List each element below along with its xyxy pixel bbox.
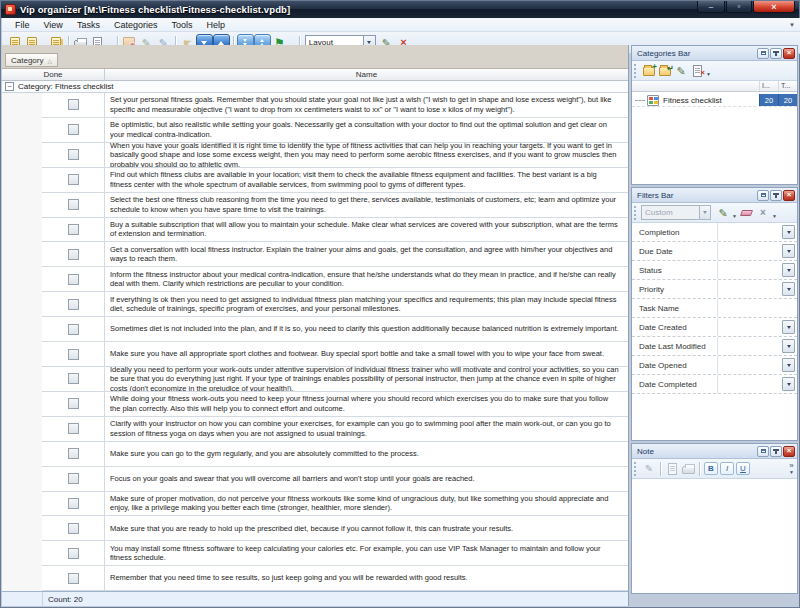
filter-dropdown-icon[interactable]	[782, 225, 795, 239]
delete-filter-icon[interactable]: ×	[755, 205, 771, 220]
filter-dropdown-icon[interactable]	[782, 339, 795, 353]
group-row[interactable]: − Category: Fitness checklist	[2, 81, 628, 93]
menu-file[interactable]: File	[8, 20, 37, 30]
task-row[interactable]: Find out which fitness clubs are availab…	[2, 168, 628, 193]
filter-dropdown-icon[interactable]	[782, 377, 795, 391]
task-row[interactable]: Get a conversation with local fitness in…	[2, 242, 628, 267]
new-subcategory-icon[interactable]: ↵	[657, 63, 673, 78]
task-row[interactable]: Make sure you can go to the gym regularl…	[2, 442, 628, 467]
done-checkbox[interactable]	[68, 124, 79, 135]
filter-dropdown-icon[interactable]	[782, 282, 795, 296]
task-row[interactable]: Make sure you have all appropriate sport…	[2, 342, 628, 367]
done-checkbox[interactable]	[68, 224, 79, 235]
note-close-button[interactable]: ×	[783, 446, 795, 457]
filters-more-icon[interactable]: ▼	[772, 213, 777, 219]
filter-value[interactable]	[718, 318, 780, 336]
delete-category-icon[interactable]: ×	[689, 63, 705, 78]
done-cell[interactable]	[42, 267, 105, 291]
italic-button[interactable]: I	[720, 462, 734, 475]
note-pin-button[interactable]	[770, 446, 782, 457]
filter-value[interactable]	[718, 337, 780, 355]
done-cell[interactable]	[42, 342, 105, 366]
done-checkbox[interactable]	[68, 498, 79, 509]
done-cell[interactable]	[42, 442, 105, 466]
filter-preset-arrow-icon[interactable]	[699, 205, 711, 220]
new-category-icon[interactable]: +	[641, 63, 657, 78]
print-note-icon[interactable]	[680, 461, 696, 476]
apply-filter-icon[interactable]: ✎	[715, 205, 731, 220]
note-content[interactable]	[632, 479, 797, 593]
category-item-fitness-checklist[interactable]: Fitness checklist 20 20	[632, 94, 797, 107]
task-row[interactable]: Sometimes diet is not included into the …	[2, 317, 628, 342]
edit-category-icon[interactable]: ✎	[673, 63, 689, 78]
menu-tools[interactable]: Tools	[164, 20, 199, 30]
filter-value[interactable]	[718, 261, 780, 279]
categories-close-button[interactable]: ×	[783, 48, 795, 59]
clear-filter-icon[interactable]	[739, 205, 755, 220]
task-row[interactable]: Make sure of proper motivation, do not p…	[2, 492, 628, 517]
done-checkbox[interactable]	[68, 373, 79, 384]
task-row[interactable]: Select the best one fitness club reasoni…	[2, 193, 628, 218]
task-row[interactable]: Set your personal fitness goals. Remembe…	[2, 93, 628, 118]
menu-categories[interactable]: Categories	[107, 20, 165, 30]
categories-col-total[interactable]: T...	[778, 81, 797, 91]
filter-value[interactable]	[718, 375, 780, 393]
done-cell[interactable]	[42, 541, 105, 565]
done-cell[interactable]	[42, 143, 105, 167]
done-checkbox[interactable]	[68, 448, 79, 459]
task-row[interactable]: Focus on your goals and swear that you w…	[2, 467, 628, 492]
bold-button[interactable]: B	[704, 462, 718, 475]
menu-tasks[interactable]: Tasks	[70, 20, 107, 30]
done-checkbox[interactable]	[68, 249, 79, 260]
filter-dropdown-icon[interactable]	[782, 244, 795, 258]
maximize-button[interactable]: ▫	[726, 1, 752, 13]
close-button[interactable]: ×	[753, 1, 795, 13]
task-row[interactable]: If everything is ok then you need to get…	[2, 292, 628, 317]
edit-note-icon[interactable]: ✎	[641, 461, 657, 476]
categories-col-items[interactable]: I...	[759, 81, 778, 91]
filter-value[interactable]	[718, 280, 780, 298]
done-cell[interactable]	[42, 417, 105, 441]
categories-more-icon[interactable]: ▼	[706, 71, 711, 77]
filter-value[interactable]	[718, 242, 780, 260]
task-row[interactable]: Ideally you need to perform your work-ou…	[2, 367, 628, 392]
done-checkbox[interactable]	[68, 274, 79, 285]
done-cell[interactable]	[42, 367, 105, 391]
done-cell[interactable]	[42, 317, 105, 341]
task-row[interactable]: Remember that you need time to see resul…	[2, 566, 628, 591]
done-checkbox[interactable]	[68, 324, 79, 335]
done-checkbox[interactable]	[68, 149, 79, 160]
done-checkbox[interactable]	[68, 573, 79, 584]
done-cell[interactable]	[42, 392, 105, 416]
new-note-icon[interactable]	[664, 461, 680, 476]
done-checkbox[interactable]	[68, 299, 79, 310]
done-cell[interactable]	[42, 566, 105, 590]
done-cell[interactable]	[42, 168, 105, 192]
filter-value[interactable]	[718, 356, 780, 374]
apply-filter-dropdown-icon[interactable]: ▼	[732, 213, 737, 219]
menu-help[interactable]: Help	[199, 20, 232, 30]
done-checkbox[interactable]	[68, 548, 79, 559]
filter-preset-value[interactable]: Custom	[641, 205, 699, 220]
categories-pin-button[interactable]	[770, 48, 782, 59]
done-cell[interactable]	[42, 193, 105, 217]
categories-restore-button[interactable]	[757, 48, 769, 59]
column-header-done[interactable]: Done	[2, 69, 105, 80]
done-checkbox[interactable]	[68, 473, 79, 484]
done-checkbox[interactable]	[68, 99, 79, 110]
filter-preset-select[interactable]: Custom	[641, 205, 711, 220]
minimize-button[interactable]: –	[697, 1, 725, 13]
task-row[interactable]: Make sure that you are ready to hold up …	[2, 516, 628, 541]
task-row[interactable]: When you have your goals identified it i…	[2, 143, 628, 168]
menu-view[interactable]: View	[37, 20, 70, 30]
task-row[interactable]: Be optimistic, but also realistic while …	[2, 118, 628, 143]
done-checkbox[interactable]	[68, 423, 79, 434]
filters-pin-button[interactable]	[770, 190, 782, 201]
done-cell[interactable]	[42, 218, 105, 242]
done-cell[interactable]	[42, 492, 105, 516]
done-cell[interactable]	[42, 467, 105, 491]
task-row[interactable]: You may install some fitness software to…	[2, 541, 628, 566]
task-row[interactable]: Buy a suitable subscription that will al…	[2, 218, 628, 243]
collapse-group-icon[interactable]: −	[5, 82, 14, 91]
filter-dropdown-icon[interactable]	[782, 320, 795, 334]
